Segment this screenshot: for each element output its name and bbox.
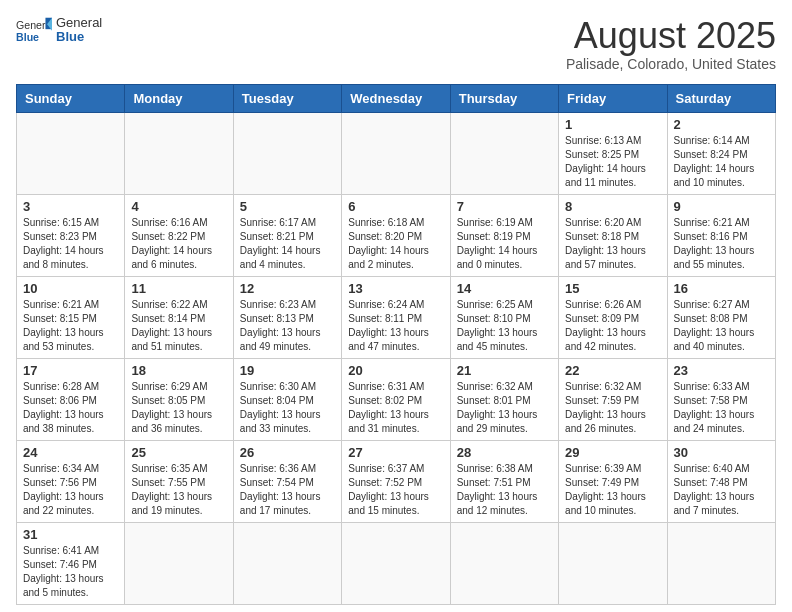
date-number: 16 xyxy=(674,281,769,296)
date-number: 23 xyxy=(674,363,769,378)
calendar-cell: 19Sunrise: 6:30 AM Sunset: 8:04 PM Dayli… xyxy=(233,358,341,440)
calendar-cell: 5Sunrise: 6:17 AM Sunset: 8:21 PM Daylig… xyxy=(233,194,341,276)
cell-info: Sunrise: 6:35 AM Sunset: 7:55 PM Dayligh… xyxy=(131,462,226,518)
calendar-cell xyxy=(125,112,233,194)
cell-info: Sunrise: 6:13 AM Sunset: 8:25 PM Dayligh… xyxy=(565,134,660,190)
cell-info: Sunrise: 6:36 AM Sunset: 7:54 PM Dayligh… xyxy=(240,462,335,518)
date-number: 19 xyxy=(240,363,335,378)
cell-info: Sunrise: 6:23 AM Sunset: 8:13 PM Dayligh… xyxy=(240,298,335,354)
cell-info: Sunrise: 6:41 AM Sunset: 7:46 PM Dayligh… xyxy=(23,544,118,600)
calendar-cell xyxy=(125,522,233,604)
calendar-day-header: Thursday xyxy=(450,84,558,112)
calendar-cell xyxy=(450,112,558,194)
calendar-cell: 30Sunrise: 6:40 AM Sunset: 7:48 PM Dayli… xyxy=(667,440,775,522)
date-number: 28 xyxy=(457,445,552,460)
cell-info: Sunrise: 6:40 AM Sunset: 7:48 PM Dayligh… xyxy=(674,462,769,518)
date-number: 11 xyxy=(131,281,226,296)
date-number: 31 xyxy=(23,527,118,542)
calendar-cell xyxy=(17,112,125,194)
calendar-cell: 3Sunrise: 6:15 AM Sunset: 8:23 PM Daylig… xyxy=(17,194,125,276)
calendar-cell: 26Sunrise: 6:36 AM Sunset: 7:54 PM Dayli… xyxy=(233,440,341,522)
calendar-cell: 13Sunrise: 6:24 AM Sunset: 8:11 PM Dayli… xyxy=(342,276,450,358)
calendar-cell: 10Sunrise: 6:21 AM Sunset: 8:15 PM Dayli… xyxy=(17,276,125,358)
cell-info: Sunrise: 6:20 AM Sunset: 8:18 PM Dayligh… xyxy=(565,216,660,272)
calendar-cell: 21Sunrise: 6:32 AM Sunset: 8:01 PM Dayli… xyxy=(450,358,558,440)
calendar-day-header: Saturday xyxy=(667,84,775,112)
cell-info: Sunrise: 6:30 AM Sunset: 8:04 PM Dayligh… xyxy=(240,380,335,436)
cell-info: Sunrise: 6:16 AM Sunset: 8:22 PM Dayligh… xyxy=(131,216,226,272)
cell-info: Sunrise: 6:28 AM Sunset: 8:06 PM Dayligh… xyxy=(23,380,118,436)
date-number: 10 xyxy=(23,281,118,296)
calendar-cell: 1Sunrise: 6:13 AM Sunset: 8:25 PM Daylig… xyxy=(559,112,667,194)
calendar-cell: 11Sunrise: 6:22 AM Sunset: 8:14 PM Dayli… xyxy=(125,276,233,358)
calendar-cell: 25Sunrise: 6:35 AM Sunset: 7:55 PM Dayli… xyxy=(125,440,233,522)
calendar-cell: 18Sunrise: 6:29 AM Sunset: 8:05 PM Dayli… xyxy=(125,358,233,440)
calendar-cell: 22Sunrise: 6:32 AM Sunset: 7:59 PM Dayli… xyxy=(559,358,667,440)
date-number: 5 xyxy=(240,199,335,214)
calendar-cell: 31Sunrise: 6:41 AM Sunset: 7:46 PM Dayli… xyxy=(17,522,125,604)
cell-info: Sunrise: 6:24 AM Sunset: 8:11 PM Dayligh… xyxy=(348,298,443,354)
calendar-week-row: 31Sunrise: 6:41 AM Sunset: 7:46 PM Dayli… xyxy=(17,522,776,604)
calendar-cell: 17Sunrise: 6:28 AM Sunset: 8:06 PM Dayli… xyxy=(17,358,125,440)
header: General Blue General Blue August 2025 Pa… xyxy=(16,16,776,72)
date-number: 3 xyxy=(23,199,118,214)
calendar-week-row: 10Sunrise: 6:21 AM Sunset: 8:15 PM Dayli… xyxy=(17,276,776,358)
cell-info: Sunrise: 6:38 AM Sunset: 7:51 PM Dayligh… xyxy=(457,462,552,518)
cell-info: Sunrise: 6:31 AM Sunset: 8:02 PM Dayligh… xyxy=(348,380,443,436)
calendar-body: 1Sunrise: 6:13 AM Sunset: 8:25 PM Daylig… xyxy=(17,112,776,604)
cell-info: Sunrise: 6:21 AM Sunset: 8:15 PM Dayligh… xyxy=(23,298,118,354)
calendar-day-header: Tuesday xyxy=(233,84,341,112)
calendar-cell xyxy=(559,522,667,604)
calendar-cell xyxy=(450,522,558,604)
calendar-cell xyxy=(233,522,341,604)
cell-info: Sunrise: 6:37 AM Sunset: 7:52 PM Dayligh… xyxy=(348,462,443,518)
calendar-cell: 15Sunrise: 6:26 AM Sunset: 8:09 PM Dayli… xyxy=(559,276,667,358)
calendar-cell: 14Sunrise: 6:25 AM Sunset: 8:10 PM Dayli… xyxy=(450,276,558,358)
date-number: 9 xyxy=(674,199,769,214)
calendar-cell: 29Sunrise: 6:39 AM Sunset: 7:49 PM Dayli… xyxy=(559,440,667,522)
cell-info: Sunrise: 6:18 AM Sunset: 8:20 PM Dayligh… xyxy=(348,216,443,272)
cell-info: Sunrise: 6:14 AM Sunset: 8:24 PM Dayligh… xyxy=(674,134,769,190)
logo-blue-text: Blue xyxy=(56,30,102,44)
calendar-cell: 16Sunrise: 6:27 AM Sunset: 8:08 PM Dayli… xyxy=(667,276,775,358)
calendar-cell: 6Sunrise: 6:18 AM Sunset: 8:20 PM Daylig… xyxy=(342,194,450,276)
calendar-day-header: Friday xyxy=(559,84,667,112)
cell-info: Sunrise: 6:22 AM Sunset: 8:14 PM Dayligh… xyxy=(131,298,226,354)
calendar-cell: 9Sunrise: 6:21 AM Sunset: 8:16 PM Daylig… xyxy=(667,194,775,276)
cell-info: Sunrise: 6:21 AM Sunset: 8:16 PM Dayligh… xyxy=(674,216,769,272)
cell-info: Sunrise: 6:15 AM Sunset: 8:23 PM Dayligh… xyxy=(23,216,118,272)
calendar-day-header: Sunday xyxy=(17,84,125,112)
calendar-week-row: 1Sunrise: 6:13 AM Sunset: 8:25 PM Daylig… xyxy=(17,112,776,194)
cell-info: Sunrise: 6:32 AM Sunset: 8:01 PM Dayligh… xyxy=(457,380,552,436)
date-number: 17 xyxy=(23,363,118,378)
date-number: 15 xyxy=(565,281,660,296)
cell-info: Sunrise: 6:19 AM Sunset: 8:19 PM Dayligh… xyxy=(457,216,552,272)
date-number: 7 xyxy=(457,199,552,214)
calendar-week-row: 24Sunrise: 6:34 AM Sunset: 7:56 PM Dayli… xyxy=(17,440,776,522)
cell-info: Sunrise: 6:25 AM Sunset: 8:10 PM Dayligh… xyxy=(457,298,552,354)
date-number: 30 xyxy=(674,445,769,460)
logo: General Blue General Blue xyxy=(16,16,102,45)
calendar-cell: 4Sunrise: 6:16 AM Sunset: 8:22 PM Daylig… xyxy=(125,194,233,276)
cell-info: Sunrise: 6:34 AM Sunset: 7:56 PM Dayligh… xyxy=(23,462,118,518)
calendar-cell: 23Sunrise: 6:33 AM Sunset: 7:58 PM Dayli… xyxy=(667,358,775,440)
calendar-day-header: Wednesday xyxy=(342,84,450,112)
date-number: 22 xyxy=(565,363,660,378)
month-year-title: August 2025 xyxy=(566,16,776,56)
date-number: 25 xyxy=(131,445,226,460)
calendar-header-row: SundayMondayTuesdayWednesdayThursdayFrid… xyxy=(17,84,776,112)
calendar-day-header: Monday xyxy=(125,84,233,112)
calendar-cell: 12Sunrise: 6:23 AM Sunset: 8:13 PM Dayli… xyxy=(233,276,341,358)
calendar-cell: 27Sunrise: 6:37 AM Sunset: 7:52 PM Dayli… xyxy=(342,440,450,522)
svg-text:Blue: Blue xyxy=(16,31,39,43)
date-number: 21 xyxy=(457,363,552,378)
general-blue-logo-icon: General Blue xyxy=(16,16,52,44)
calendar-cell xyxy=(233,112,341,194)
calendar-cell xyxy=(342,522,450,604)
date-number: 4 xyxy=(131,199,226,214)
calendar-cell: 20Sunrise: 6:31 AM Sunset: 8:02 PM Dayli… xyxy=(342,358,450,440)
cell-info: Sunrise: 6:32 AM Sunset: 7:59 PM Dayligh… xyxy=(565,380,660,436)
date-number: 26 xyxy=(240,445,335,460)
date-number: 14 xyxy=(457,281,552,296)
calendar-week-row: 3Sunrise: 6:15 AM Sunset: 8:23 PM Daylig… xyxy=(17,194,776,276)
